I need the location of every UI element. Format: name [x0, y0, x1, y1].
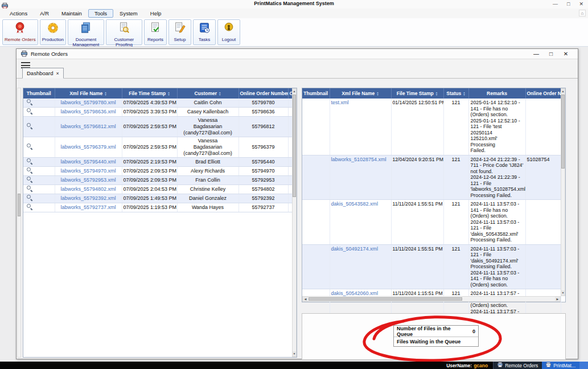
sort-icon[interactable]: ▲▼ — [376, 92, 379, 96]
column-header-online-order-number[interactable]: Online Order Number▲▼ — [239, 88, 288, 99]
logout-button[interactable]: Logout — [217, 19, 240, 45]
column-header-file-time-stamp[interactable]: File Time Stamp▲▼ — [122, 88, 177, 99]
child-minimize-icon[interactable]: — — [529, 49, 544, 59]
left-table-row[interactable]: labworks_55795440.xml07/09/2025 2:19:53 … — [23, 158, 293, 167]
left-table-row[interactable]: labworks_55796379.xml07/09/2025 2:59:53 … — [23, 137, 293, 158]
column-header-online-order-n[interactable]: Online Order N — [525, 88, 561, 99]
column-header-xml-file-name[interactable]: Xml File Name▲▼ — [330, 88, 391, 99]
xml-file-link[interactable]: labworks_55798636.xml — [60, 109, 116, 114]
menu-tools[interactable]: Tools — [88, 9, 113, 18]
sort-icon[interactable]: ▲▼ — [435, 92, 438, 96]
xml-file-link[interactable]: labworks_55792953.xml — [60, 177, 116, 183]
right-table-hscrollbar[interactable]: ◀ ▶ — [302, 296, 561, 302]
taskbar-button-printmatics[interactable]: PrintMat... — [542, 362, 579, 369]
xml-file-link[interactable]: labworks_55794802.xml — [60, 186, 116, 192]
child-close-icon[interactable]: ✕ — [558, 49, 573, 59]
right-table-row[interactable]: dakis_50542060.xml11/11/2024 1:15:51 PM1… — [302, 289, 561, 316]
magnifier-icon[interactable] — [27, 108, 32, 114]
xml-file-link[interactable]: labworks_51028754.xml — [331, 157, 386, 162]
left-table-row[interactable]: labworks_55798636.xml07/09/2025 3:39:53 … — [23, 108, 293, 117]
file-time-cell: 11/11/2024 1:55:51 PM — [391, 200, 443, 245]
magnifier-icon[interactable] — [27, 123, 32, 129]
menu-system[interactable]: System — [113, 9, 144, 18]
xml-file-link[interactable]: labworks_55792392.xml — [60, 195, 116, 201]
magnifier-icon[interactable] — [27, 177, 32, 182]
tab-close-icon[interactable]: × — [56, 71, 59, 76]
scroll-left-icon[interactable]: ◀ — [303, 297, 308, 301]
scroll-right-icon[interactable]: ▶ — [555, 297, 560, 301]
magnifier-icon[interactable] — [27, 204, 32, 210]
queue-waiting-label: Files Waiting in the Queue — [397, 339, 460, 345]
column-header-thumbnail[interactable]: Thumbnail — [302, 88, 330, 99]
remote-orders-button[interactable]: Remote Orders — [2, 19, 38, 45]
magnifier-icon[interactable] — [27, 195, 32, 200]
menu-help[interactable]: Help — [144, 9, 168, 18]
production-button[interactable]: Production — [40, 19, 66, 45]
setup-button[interactable]: Setup — [168, 19, 191, 45]
right-table-row[interactable]: dakis_50492174.xml11/11/2024 1:55:51 PM1… — [302, 244, 561, 289]
column-header-remarks[interactable]: Remarks — [468, 88, 525, 99]
magnifier-icon[interactable] — [27, 144, 32, 149]
magnifier-icon[interactable] — [27, 186, 32, 191]
column-header-status[interactable]: Status▲▼ — [443, 88, 468, 99]
scroll-up-icon[interactable]: ▲ — [561, 89, 565, 94]
tasks-button[interactable]: Tasks — [193, 19, 216, 45]
customer-proofing-button[interactable]: Customer Proofing — [106, 19, 142, 45]
xml-file-link[interactable]: labworks_55795440.xml — [60, 159, 116, 165]
column-header-thumbnail[interactable]: Thumbnail — [23, 88, 55, 99]
document-management-button[interactable]: Document Management — [68, 19, 104, 45]
order-number-cell: 55792737 — [239, 203, 288, 212]
left-table-row[interactable]: labworks_55796812.xml07/09/2025 2:59:53 … — [23, 117, 293, 137]
close-icon[interactable]: ✕ — [579, 0, 583, 8]
maximize-icon[interactable]: □ — [567, 0, 570, 8]
column-header-customer[interactable]: Customer▲▼ — [177, 88, 239, 99]
scrollbar-thumb[interactable] — [18, 194, 20, 216]
sort-icon[interactable]: ▲▼ — [219, 92, 221, 96]
tab-dashboard[interactable]: Dashboard × — [22, 68, 64, 79]
scrollbar-thumb[interactable] — [293, 95, 296, 197]
column-header-file-time-stamp[interactable]: File Time Stamp▲▼ — [391, 88, 443, 99]
scroll-down-icon[interactable]: ▼ — [561, 290, 565, 296]
xml-file-link[interactable]: labworks_55796812.xml — [60, 124, 116, 129]
xml-file-link[interactable]: labworks_55796379.xml — [60, 144, 116, 150]
left-table-row[interactable]: labworks_55794802.xml07/09/2025 2:04:53 … — [23, 185, 293, 194]
scrollbar-thumb[interactable] — [309, 297, 462, 301]
magnifier-icon[interactable] — [27, 158, 32, 164]
scroll-down-icon[interactable]: ▼ — [293, 351, 296, 356]
taskbar-button-remote-orders[interactable]: Remote Orders — [493, 362, 542, 369]
right-table-row[interactable]: dakis_50543582.xml11/11/2024 1:55:51 PM1… — [302, 200, 561, 245]
left-table-vscrollbar[interactable]: ▲ ▼ — [292, 88, 297, 357]
column-header-xml-file-name[interactable]: Xml File Name▲▼ — [55, 88, 122, 99]
right-table-row[interactable]: test.xml01/14/2025 12:50:51 PM1212025-01… — [302, 99, 561, 155]
magnifier-icon[interactable] — [27, 99, 32, 105]
reports-button[interactable]: Reports — [144, 19, 167, 45]
xml-file-link[interactable]: labworks_55794970.xml — [60, 168, 116, 174]
sort-icon[interactable]: ▲▼ — [463, 92, 465, 96]
menu-actions[interactable]: Actions — [3, 9, 34, 18]
menu-maintain[interactable]: Maintain — [55, 9, 88, 18]
xml-file-link[interactable]: dakis_50542060.xml — [331, 290, 379, 296]
scroll-up-icon[interactable]: ▲ — [293, 89, 296, 94]
left-table-row[interactable]: labworks_55799780.xml07/09/2025 4:39:53 … — [23, 99, 293, 108]
right-table-row[interactable]: labworks_51028754.xml12/04/2024 9:20:51 … — [302, 155, 561, 200]
sort-icon[interactable]: ▲▼ — [104, 92, 106, 96]
minimize-icon[interactable]: — — [553, 0, 558, 8]
child-maximize-icon[interactable]: □ — [544, 49, 558, 59]
scrollbar-thumb[interactable] — [561, 95, 565, 169]
taskbar-button-stub[interactable] — [579, 362, 588, 369]
sort-icon[interactable]: ▲▼ — [167, 92, 170, 96]
left-table-row[interactable]: labworks_55792953.xml07/09/2025 2:09:53 … — [23, 176, 293, 185]
left-table-row[interactable]: labworks_55792392.xml07/09/2025 1:49:53 … — [23, 194, 293, 203]
xml-file-link[interactable]: dakis_50543582.xml — [331, 201, 379, 207]
left-table-row[interactable]: labworks_55792737.xml07/09/2025 1:19:53 … — [23, 203, 293, 212]
xml-file-link[interactable]: dakis_50492174.xml — [331, 246, 379, 252]
xml-file-link[interactable]: labworks_55799780.xml — [60, 100, 116, 105]
xml-file-link[interactable]: labworks_55792737.xml — [60, 204, 116, 210]
left-table-row[interactable]: labworks_55794970.xml07/09/2025 2:09:53 … — [23, 167, 293, 176]
menubar-corner-icon[interactable]: ⌂ — [579, 10, 586, 17]
right-table-vscrollbar[interactable]: ▲ ▼ — [561, 88, 565, 296]
xml-file-link[interactable]: test.xml — [331, 100, 349, 105]
window-left-scrollbar[interactable] — [17, 88, 21, 358]
magnifier-icon[interactable] — [27, 167, 32, 173]
menu-ar[interactable]: A/R — [34, 9, 55, 18]
